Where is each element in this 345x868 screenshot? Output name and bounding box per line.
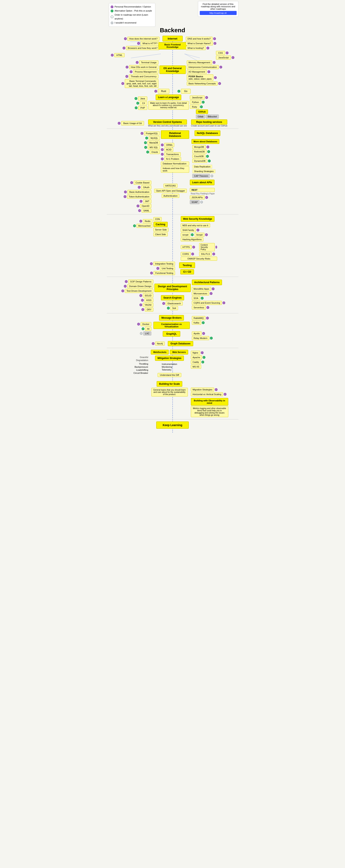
node-rest[interactable]: REST	[190, 188, 215, 192]
node-basic-terminal[interactable]: Basic Terminal Commands:grep, awk, sed, …	[125, 79, 159, 88]
node-internet[interactable]: Internet	[163, 36, 183, 41]
node-cookie[interactable]: Cookie Based	[134, 181, 151, 185]
node-postgresql[interactable]: PostgreSQL	[144, 131, 160, 135]
node-horizontal-vertical[interactable]: Horizontal vs Vertical Scaling	[191, 392, 223, 396]
node-kiss[interactable]: KISS	[144, 298, 153, 302]
node-csharp[interactable]: C#	[140, 101, 147, 105]
node-basic-git[interactable]: Basic Usage of Git	[121, 121, 144, 125]
node-os-knowledge[interactable]: OS and General Knowledge	[160, 65, 186, 74]
node-kafka[interactable]: Kafka	[192, 321, 201, 325]
node-acid[interactable]: ACID	[164, 148, 173, 152]
node-hashing[interactable]: Hashing Algorithms	[181, 237, 204, 241]
node-web-security[interactable]: Web Security Knowledge	[181, 216, 214, 222]
node-unit-testing[interactable]: Unit Testing	[160, 266, 175, 271]
node-keep-learning[interactable]: Keep Learning	[156, 422, 189, 429]
node-vcs[interactable]: Version Control Systems	[148, 119, 187, 125]
node-functional-testing[interactable]: Functional Testing	[153, 271, 175, 275]
node-hateoas[interactable]: HATEOAS	[164, 184, 178, 188]
node-message-brokers[interactable]: Message Brokers	[159, 315, 184, 321]
node-microservices[interactable]: Microservices	[192, 291, 209, 296]
node-openid[interactable]: OpenID	[140, 204, 151, 208]
node-authentication-api[interactable]: Authentication	[162, 194, 179, 198]
node-open-api[interactable]: Open API Spec and Swagger	[154, 189, 187, 193]
node-bcrypt[interactable]: bcrypt	[195, 233, 204, 237]
node-md5[interactable]: MD5 and why not to use it	[181, 223, 210, 227]
node-posix[interactable]: POSIX Basicsstdin, stdout, stderr, pipes	[187, 74, 213, 81]
node-caching[interactable]: Caching	[153, 222, 168, 227]
node-oracle[interactable]: Oracle	[150, 150, 160, 154]
node-ddd[interactable]: Domain Driven Design	[127, 284, 153, 288]
node-rust[interactable]: Rust	[158, 89, 169, 94]
node-html[interactable]: HTML	[114, 53, 125, 57]
node-containerization[interactable]: Containerization vs Virtualization	[153, 322, 190, 329]
node-server-side[interactable]: Server Side	[153, 228, 169, 232]
node-elasticsearch[interactable]: Elasticsearch	[166, 302, 182, 306]
node-ssl-tls[interactable]: SSL/TLS	[199, 252, 212, 256]
node-neo4j[interactable]: Neo4j	[155, 342, 165, 346]
node-learn-language[interactable]: Learn a Language	[156, 94, 181, 100]
node-css[interactable]: CSS	[216, 51, 225, 55]
node-docker[interactable]: Docker	[141, 322, 151, 326]
node-rethinkdb[interactable]: RethinkDB	[192, 150, 207, 154]
node-dns[interactable]: DNS and how it works?	[186, 37, 212, 41]
node-search-engines[interactable]: Search Engines	[161, 295, 184, 301]
node-networking[interactable]: Basic Networking Concepts	[187, 82, 218, 86]
node-ms-iis[interactable]: MS IIS	[191, 365, 201, 369]
node-rkt[interactable]: rkt	[145, 327, 151, 331]
node-learn-apis[interactable]: Learn about APIs	[190, 180, 214, 185]
node-serverless[interactable]: Serverless	[192, 306, 206, 310]
node-io-mgmt[interactable]: I/O Management	[187, 70, 207, 74]
node-mongodb[interactable]: MongoDB	[192, 145, 206, 149]
node-cap-theorem[interactable]: CAP Theorem	[192, 174, 210, 178]
node-relational-db[interactable]: Relational Databases	[161, 130, 189, 139]
node-bitbucket[interactable]: Bitbucket	[206, 115, 218, 119]
node-solr[interactable]: Solr	[170, 306, 178, 310]
node-gitlab[interactable]: Gitlab	[196, 115, 205, 119]
node-content-security[interactable]: Content Security Policy	[199, 243, 215, 251]
node-javascript-fe[interactable]: JavaScript	[216, 56, 231, 60]
node-cdn[interactable]: CDN	[153, 217, 162, 221]
node-mitigation[interactable]: Mitigation Strategies	[155, 355, 184, 361]
node-hosting[interactable]: What is hosting?	[186, 46, 206, 50]
node-nginx[interactable]: Nginx	[191, 351, 200, 355]
node-https[interactable]: HTTPS	[181, 245, 192, 249]
node-understand-diff[interactable]: Understand the Diff	[158, 373, 181, 377]
node-solid[interactable]: SOLID	[143, 293, 153, 298]
node-mssql[interactable]: MS SQL	[148, 145, 160, 149]
node-basic-frontend[interactable]: Basic Frontend Knowledge	[159, 42, 187, 50]
node-data-replication[interactable]: Data Replication	[192, 164, 212, 169]
node-domain-name[interactable]: What is Domain Name?	[186, 41, 213, 45]
node-javascript-be[interactable]: JavaScript	[190, 95, 205, 99]
node-saml[interactable]: SAML	[142, 209, 151, 213]
node-terminal[interactable]: Terminal Usage	[139, 60, 158, 64]
node-threads[interactable]: Threads and Concurrency	[129, 74, 158, 79]
node-web-servers[interactable]: Web Servers	[170, 350, 188, 354]
node-client-side[interactable]: Client Side	[153, 232, 168, 236]
node-transactions[interactable]: Transactions	[164, 152, 181, 156]
node-jwt[interactable]: JWT	[143, 199, 151, 203]
node-lxc[interactable]: LXC	[143, 332, 151, 336]
node-soap[interactable]: SOAP	[190, 200, 200, 204]
node-relay-modern[interactable]: Relay Modern	[192, 336, 209, 340]
node-couchdb[interactable]: CouchDB	[192, 154, 205, 158]
node-db-normalization[interactable]: Database Normalization	[161, 161, 189, 165]
node-java[interactable]: Java	[138, 96, 147, 100]
node-what-http[interactable]: What is HTTP?	[141, 41, 160, 45]
node-memcached[interactable]: Memcached	[137, 224, 152, 228]
node-more-databases[interactable]: More about Databases	[192, 139, 219, 144]
node-gof[interactable]: GOF Design Patterns	[128, 280, 153, 284]
node-migration[interactable]: Migration Strategies	[191, 388, 214, 392]
node-cicd[interactable]: CI / CD	[180, 269, 194, 275]
node-how-os[interactable]: How OSs work in General	[129, 65, 159, 69]
node-building-observability[interactable]: Building with Observability in mind	[191, 398, 228, 406]
node-memory-mgmt[interactable]: Memory Management	[187, 60, 212, 64]
node-tdd[interactable]: Test Driven Development	[125, 289, 153, 293]
node-graph-databases[interactable]: Graph Databases	[168, 341, 194, 346]
node-ruby[interactable]: Ruby	[190, 105, 200, 109]
node-indexes[interactable]: Indexes and how they work	[161, 166, 189, 173]
node-yagni[interactable]: YAGNI	[143, 303, 153, 307]
node-mysql[interactable]: MySQL	[149, 136, 160, 140]
node-apache[interactable]: Apache	[191, 355, 202, 360]
node-php[interactable]: PHP	[138, 106, 147, 110]
node-websockets[interactable]: WebSockets	[151, 350, 169, 354]
